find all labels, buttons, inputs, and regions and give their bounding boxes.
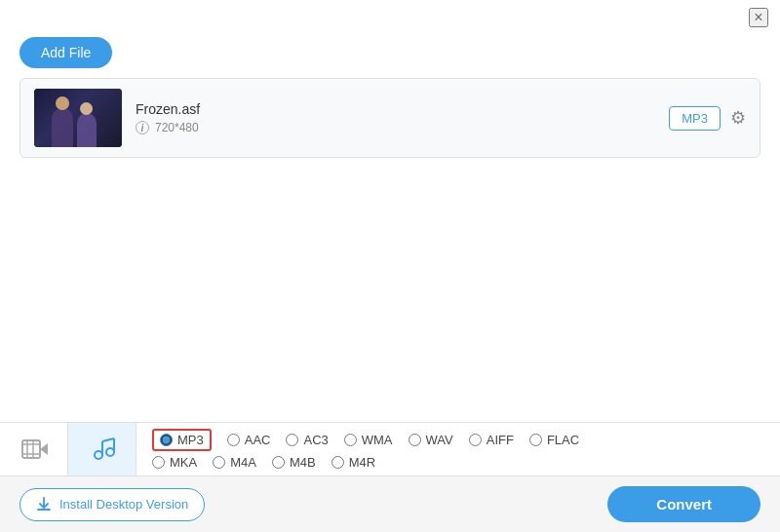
install-desktop-button[interactable]: Install Desktop Version xyxy=(20,488,205,521)
download-icon xyxy=(36,497,52,513)
svg-marker-1 xyxy=(40,443,48,455)
format-label-aiff: AIFF xyxy=(487,433,514,447)
format-radio-m4r[interactable] xyxy=(332,456,344,469)
format-option-aiff[interactable]: AIFF xyxy=(469,433,514,447)
convert-button[interactable]: Convert xyxy=(607,486,760,522)
video-icon xyxy=(20,436,48,463)
audio-icon xyxy=(89,436,116,463)
format-options: MP3 AAC AC3 WMA WAV xyxy=(136,423,595,475)
svg-point-7 xyxy=(106,448,114,456)
tab-video[interactable] xyxy=(0,423,68,475)
file-name: Frozen.asf xyxy=(136,101,655,117)
action-bar: Install Desktop Version Convert xyxy=(0,476,780,532)
format-radio-ac3[interactable] xyxy=(286,434,298,446)
format-radio-mka[interactable] xyxy=(152,456,165,469)
info-icon: i xyxy=(136,121,149,134)
bottom-panel: MP3 AAC AC3 WMA WAV xyxy=(0,422,780,532)
file-info: Frozen.asf i 720*480 xyxy=(136,101,655,134)
file-item: Frozen.asf i 720*480 MP3 ⚙ xyxy=(20,79,760,157)
format-option-wma[interactable]: WMA xyxy=(344,433,393,447)
format-option-m4b[interactable]: M4B xyxy=(272,455,316,470)
format-label-ac3: AC3 xyxy=(303,433,328,447)
file-meta: i 720*480 xyxy=(136,121,655,134)
format-option-m4r[interactable]: M4R xyxy=(332,455,375,470)
format-option-m4a[interactable]: M4A xyxy=(213,455,256,470)
format-label-m4r: M4R xyxy=(349,455,375,470)
format-label-mp3: MP3 xyxy=(177,433,204,447)
format-option-aac[interactable]: AAC xyxy=(227,433,271,447)
format-label-mka: MKA xyxy=(170,455,197,470)
tab-audio[interactable] xyxy=(68,423,136,475)
format-radio-aiff[interactable] xyxy=(469,434,482,446)
format-tabs: MP3 AAC AC3 WMA WAV xyxy=(0,423,780,476)
format-row-2: MKA M4A M4B M4R xyxy=(152,455,579,470)
file-actions: MP3 ⚙ xyxy=(669,106,746,131)
format-label-flac: FLAC xyxy=(547,433,579,447)
format-badge-button[interactable]: MP3 xyxy=(669,106,721,131)
format-option-mka[interactable]: MKA xyxy=(152,455,197,470)
toolbar: Add File xyxy=(0,31,780,78)
format-option-ac3[interactable]: AC3 xyxy=(286,433,328,447)
format-label-m4b: M4B xyxy=(290,455,316,470)
format-radio-mp3[interactable] xyxy=(160,434,173,446)
add-file-button[interactable]: Add File xyxy=(20,37,112,68)
settings-button[interactable]: ⚙ xyxy=(730,107,746,129)
format-option-flac[interactable]: FLAC xyxy=(529,433,579,447)
gear-icon: ⚙ xyxy=(730,107,746,129)
format-radio-aac[interactable] xyxy=(227,434,240,446)
format-radio-m4a[interactable] xyxy=(213,456,225,469)
file-thumbnail xyxy=(34,89,122,147)
format-radio-flac[interactable] xyxy=(529,434,542,446)
format-label-m4a: M4A xyxy=(230,455,256,470)
format-radio-wma[interactable] xyxy=(344,434,357,446)
svg-line-10 xyxy=(102,438,114,441)
file-resolution: 720*480 xyxy=(155,121,199,134)
main-content xyxy=(0,158,780,392)
format-radio-wav[interactable] xyxy=(409,434,421,446)
svg-rect-0 xyxy=(22,440,40,458)
format-option-wav[interactable]: WAV xyxy=(409,433,453,447)
format-row-1: MP3 AAC AC3 WMA WAV xyxy=(152,429,579,451)
format-label-wav: WAV xyxy=(426,433,453,447)
file-list: Frozen.asf i 720*480 MP3 ⚙ xyxy=(20,78,760,158)
svg-point-6 xyxy=(95,451,102,459)
install-label: Install Desktop Version xyxy=(59,497,188,512)
close-button[interactable]: × xyxy=(749,8,768,27)
format-option-mp3[interactable]: MP3 xyxy=(152,429,212,451)
title-bar: × xyxy=(0,0,780,31)
format-label-wma: WMA xyxy=(362,433,393,447)
format-label-aac: AAC xyxy=(245,433,271,447)
format-radio-m4b[interactable] xyxy=(272,456,285,469)
